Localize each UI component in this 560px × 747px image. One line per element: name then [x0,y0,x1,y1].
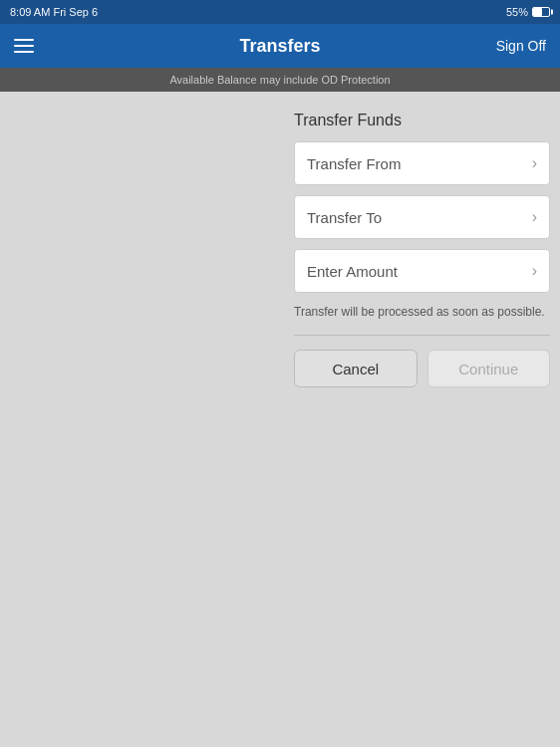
page-title: Transfers [239,36,320,57]
enter-amount-label: Enter Amount [307,263,398,280]
transfer-to-field[interactable]: Transfer To › [294,195,550,239]
status-icons: 55% [506,6,550,18]
left-panel [0,112,294,747]
right-panel: Transfer Funds Transfer From › Transfer … [294,112,560,747]
transfer-from-label: Transfer From [307,155,401,172]
transfer-to-chevron: › [532,208,537,226]
transfer-to-label: Transfer To [307,209,382,226]
info-bar: Available Balance may include OD Protect… [0,68,560,92]
menu-button[interactable] [14,39,34,53]
transfer-from-field[interactable]: Transfer From › [294,141,550,185]
battery-percentage: 55% [506,6,528,18]
sign-off-button[interactable]: Sign Off [496,38,546,54]
nav-bar: Transfers Sign Off [0,24,560,68]
main-content: Transfer Funds Transfer From › Transfer … [0,92,560,747]
button-row: Cancel Continue [294,350,550,387]
transfer-funds-title: Transfer Funds [294,112,550,129]
cancel-button[interactable]: Cancel [294,350,418,387]
enter-amount-field[interactable]: Enter Amount › [294,249,550,293]
info-text: Transfer will be processed as soon as po… [294,303,550,321]
transfer-from-chevron: › [532,154,537,172]
battery-icon [532,7,550,17]
divider [294,335,550,336]
enter-amount-chevron: › [532,262,537,280]
info-bar-text: Available Balance may include OD Protect… [169,74,390,86]
status-time: 8:09 AM Fri Sep 6 [10,6,98,18]
status-bar: 8:09 AM Fri Sep 6 55% [0,0,560,24]
continue-button[interactable]: Continue [427,350,551,387]
